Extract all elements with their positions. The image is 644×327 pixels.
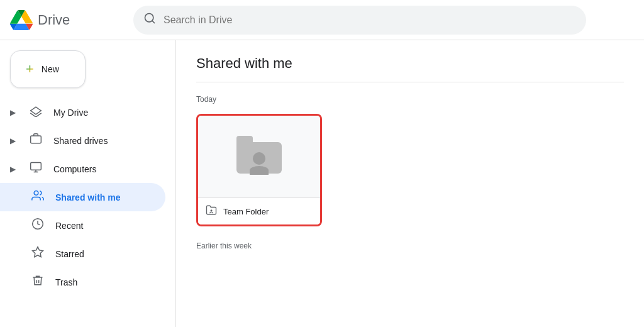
plus-icon: + [26, 61, 34, 77]
sidebar-item-label-trash: Trash [55, 277, 77, 287]
logo-area: Drive [10, 9, 123, 31]
shared-folder-preview-icon [234, 135, 284, 179]
sidebar-item-label-starred: Starred [55, 249, 84, 259]
page-title: Shared with me [196, 55, 624, 72]
svg-point-7 [211, 209, 213, 211]
sidebar-item-recent[interactable]: Recent [0, 211, 165, 240]
new-button[interactable]: + New [10, 50, 86, 88]
sidebar-item-computers[interactable]: ▶ Computers [0, 155, 165, 183]
starred-icon [30, 246, 45, 262]
drive-logo-icon [10, 9, 33, 31]
sidebar: + New ▶ My Drive ▶ [0, 40, 176, 327]
chevron-icon-3: ▶ [10, 165, 16, 174]
file-card-team-folder[interactable]: Team Folder [196, 114, 322, 226]
sidebar-item-shared-with-me[interactable]: Shared with me [0, 183, 165, 211]
sidebar-item-my-drive[interactable]: ▶ My Drive [0, 98, 165, 126]
search-bar[interactable] [133, 6, 586, 35]
new-button-label: New [42, 64, 59, 74]
folder-shared-icon [206, 204, 217, 218]
my-drive-icon [28, 104, 43, 120]
sidebar-item-starred[interactable]: Starred [0, 240, 165, 268]
sidebar-item-label-recent: Recent [55, 221, 83, 231]
section-label-today: Today [196, 95, 624, 104]
trash-icon [30, 274, 45, 290]
search-icon [143, 12, 156, 28]
sidebar-item-shared-drives[interactable]: ▶ Shared drives [0, 126, 165, 155]
shared-with-me-icon [30, 189, 45, 205]
file-grid-today: Team Folder [196, 114, 624, 226]
recent-icon [30, 218, 45, 233]
computers-icon [28, 161, 43, 177]
search-input[interactable] [164, 14, 576, 26]
chevron-icon-2: ▶ [10, 136, 16, 145]
sidebar-item-label-computers: Computers [53, 164, 96, 174]
svg-line-1 [152, 21, 155, 23]
main-content: Shared with me Today [176, 40, 644, 327]
svg-point-4 [34, 191, 38, 196]
file-card-preview [198, 116, 320, 197]
sidebar-item-label-shared-with-me: Shared with me [55, 192, 120, 202]
file-name-team-folder: Team Folder [223, 207, 269, 216]
svg-rect-2 [31, 136, 42, 143]
sidebar-item-label-shared-drives: Shared drives [53, 136, 108, 146]
section-label-earlier: Earlier this week [196, 241, 624, 250]
app-header: Drive [0, 0, 644, 40]
main-layout: + New ▶ My Drive ▶ [0, 40, 644, 327]
svg-marker-6 [33, 247, 43, 257]
sidebar-item-trash[interactable]: Trash [0, 268, 165, 296]
svg-rect-3 [31, 163, 42, 170]
file-card-info-team-folder: Team Folder [198, 197, 320, 224]
sidebar-item-label-my-drive: My Drive [53, 108, 88, 118]
chevron-icon: ▶ [10, 108, 16, 117]
app-title: Drive [38, 12, 70, 28]
shared-drives-icon [28, 133, 43, 148]
